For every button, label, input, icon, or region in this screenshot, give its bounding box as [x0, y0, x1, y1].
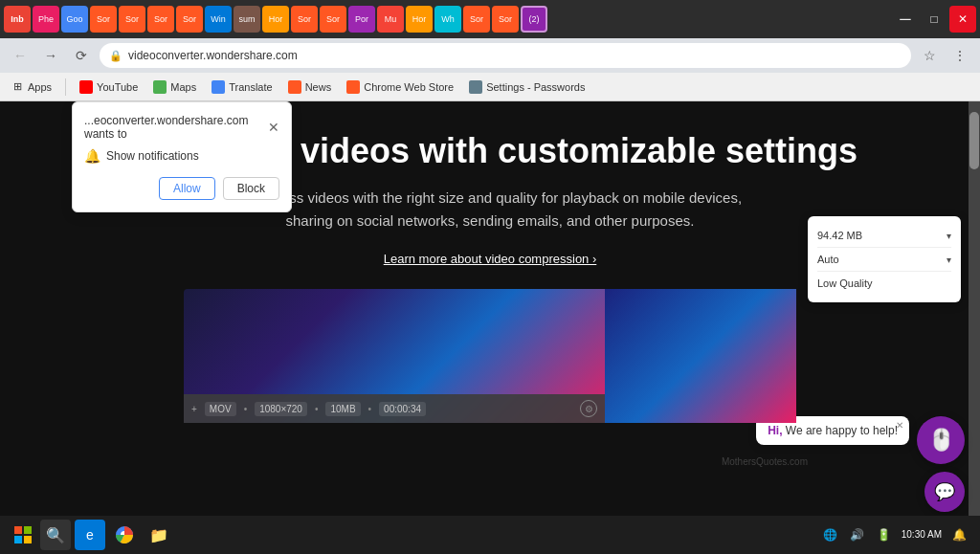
apps-label: Apps — [28, 81, 52, 93]
taskbar-tab-hor2[interactable]: Hor — [406, 6, 433, 33]
notifications-badge[interactable]: 🔔 — [949, 525, 969, 544]
refresh-button[interactable]: ⟳ — [69, 43, 94, 68]
bookmarks-bar: ⊞ Apps YouTube Maps Translate News Chrom… — [0, 73, 980, 101]
settings-favicon — [469, 80, 482, 94]
system-tray: 🌐 🔊 🔋 10:30 AM 🔔 — [821, 525, 972, 544]
taskbar-tab-sum[interactable]: sum — [234, 6, 260, 33]
taskbar-tab-sor1[interactable]: Sor — [90, 6, 117, 33]
chat-avatar-icon: 🖱️ — [928, 428, 954, 453]
svg-rect-1 — [24, 526, 32, 534]
forward-button[interactable]: → — [38, 43, 63, 68]
video-toolbar: + MOV • 1080×720 • 10MB • 00:00:34 ⚙ — [184, 394, 605, 423]
taskbar-tab-mu[interactable]: Mu — [377, 6, 404, 33]
dot-2: • — [315, 404, 319, 414]
youtube-label: YouTube — [97, 81, 138, 93]
chrome-icon — [116, 526, 133, 543]
bookmark-youtube[interactable]: YouTube — [74, 78, 144, 96]
apps-button[interactable]: ⊞ Apps — [8, 78, 57, 95]
bookmark-cws[interactable]: Chrome Web Store — [341, 78, 459, 96]
resolution-tag: 1080×720 — [255, 402, 307, 416]
bell-icon: 🔔 — [84, 148, 100, 164]
taskbar-chrome[interactable] — [109, 520, 140, 550]
lock-icon: 🔒 — [109, 50, 122, 62]
taskbar-tab-por[interactable]: Por — [348, 6, 375, 33]
taskbar-search[interactable]: 🔍 — [40, 520, 71, 550]
duration-tag: 00:00:34 — [379, 402, 426, 416]
clock-time: 10:30 AM — [902, 528, 942, 542]
bookmark-settings[interactable]: Settings - Passwords — [463, 78, 590, 96]
video-preview: + MOV • 1080×720 • 10MB • 00:00:34 ⚙ — [184, 289, 796, 423]
url-bar[interactable]: 🔒 videoconverter.wondershare.com — [100, 43, 911, 68]
block-button[interactable]: Block — [223, 177, 279, 200]
video-left-panel: + MOV • 1080×720 • 10MB • 00:00:34 ⚙ — [184, 289, 605, 423]
taskbar-tab-google[interactable]: Goo — [61, 6, 88, 33]
format-tag: MOV — [205, 402, 236, 416]
svg-rect-2 — [14, 536, 22, 543]
allow-button[interactable]: Allow — [159, 177, 215, 200]
taskbar-tab-phe[interactable]: Phe — [33, 6, 59, 33]
top-taskbar: Inb Phe Goo Sor Sor Sor Sor Win sum Hor … — [0, 0, 980, 38]
cws-favicon — [346, 80, 360, 94]
chat-message-icon: 💬 — [934, 481, 955, 502]
show-notifications-label: Show notifications — [106, 149, 199, 163]
taskbar-tab-sor2[interactable]: Sor — [119, 6, 145, 33]
chat-message-button[interactable]: 💬 — [924, 472, 965, 512]
hero-subtitle: Compress videos with the right size and … — [232, 187, 748, 233]
notification-popup: ...eoconverter.wondershare.com wants to … — [72, 101, 292, 212]
notification-close-button[interactable]: ✕ — [268, 120, 279, 135]
network-icon[interactable]: 🌐 — [821, 525, 840, 544]
translate-label: Translate — [229, 81, 272, 93]
taskbar-ie[interactable]: e — [75, 520, 105, 550]
separator — [65, 78, 66, 96]
dot-1: • — [244, 404, 248, 414]
settings-gear-icon[interactable]: ⚙ — [580, 400, 597, 417]
bookmark-news[interactable]: News — [282, 78, 338, 96]
taskbar-tab-sor5[interactable]: Sor — [291, 6, 318, 33]
taskbar-tab-sor3[interactable]: Sor — [147, 6, 174, 33]
taskbar-tab-hor[interactable]: Hor — [262, 6, 289, 33]
bookmark-translate[interactable]: Translate — [206, 78, 278, 96]
news-label: News — [305, 81, 332, 93]
cws-label: Chrome Web Store — [364, 81, 454, 93]
taskbar-tab-sor8[interactable]: Sor — [492, 6, 519, 33]
svg-rect-3 — [24, 536, 32, 543]
url-text: videoconverter.wondershare.com — [128, 49, 298, 62]
maps-label: Maps — [170, 81, 196, 93]
chat-avatar[interactable]: 🖱️ — [917, 416, 965, 464]
battery-icon[interactable]: 🔋 — [875, 525, 894, 544]
maximize-button[interactable]: □ — [921, 6, 947, 33]
taskbar-tab-wh[interactable]: Wh — [434, 6, 461, 33]
maps-favicon — [153, 80, 167, 94]
taskbar-tab-gmail[interactable]: Inb — [4, 6, 31, 33]
watermark: MothersQuotes.com — [722, 456, 808, 467]
windows-logo-icon — [14, 526, 32, 543]
notification-header: ...eoconverter.wondershare.com wants to … — [84, 114, 279, 141]
ws-badge: (2) — [529, 14, 540, 24]
bookmark-maps[interactable]: Maps — [147, 78, 202, 96]
taskbar-tab-sor6[interactable]: Sor — [320, 6, 346, 33]
chat-message-text: We are happy to help! — [786, 424, 898, 437]
back-button[interactable]: ← — [8, 43, 33, 68]
taskbar-tab-win[interactable]: Win — [205, 6, 232, 33]
volume-icon[interactable]: 🔊 — [848, 525, 867, 544]
close-button[interactable]: ✕ — [949, 6, 976, 33]
learn-more-link[interactable]: Learn more about video compression › — [384, 252, 597, 266]
windows-start-button[interactable] — [8, 520, 38, 550]
more-button[interactable]: ⋮ — [947, 43, 972, 68]
svg-rect-0 — [14, 526, 22, 534]
address-bar: ← → ⟳ 🔒 videoconverter.wondershare.com ☆… — [0, 38, 980, 73]
video-right-panel — [605, 289, 796, 423]
taskbar-folder[interactable]: 📁 — [144, 520, 174, 550]
notification-bell-row: 🔔 Show notifications — [84, 148, 279, 164]
notification-buttons: Allow Block — [84, 177, 279, 200]
settings-passwords-label: Settings - Passwords — [486, 81, 585, 93]
bookmark-button[interactable]: ☆ — [917, 43, 942, 68]
translate-favicon — [212, 80, 225, 94]
taskbar-tab-sor7[interactable]: Sor — [463, 6, 490, 33]
page-content: Compress videos with customizable settin… — [0, 101, 980, 520]
system-clock[interactable]: 10:30 AM — [902, 528, 942, 542]
taskbar-tab-ws[interactable]: (2) — [521, 6, 547, 33]
minimize-button[interactable]: ─ — [892, 6, 919, 33]
taskbar-tab-sor4[interactable]: Sor — [176, 6, 203, 33]
news-favicon — [288, 80, 301, 94]
